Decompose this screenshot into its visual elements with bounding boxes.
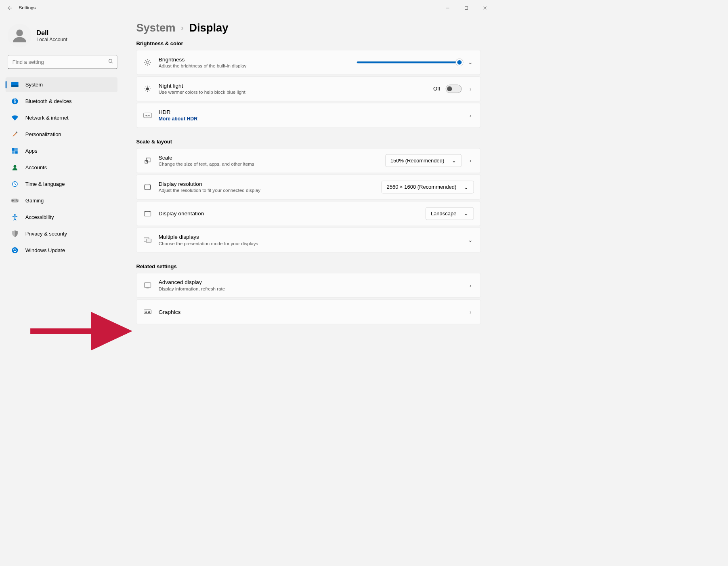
svg-point-4 bbox=[16, 29, 23, 36]
chevron-right-icon[interactable]: › bbox=[467, 86, 474, 92]
window-title: Settings bbox=[19, 5, 36, 11]
sidebar-item-accessibility[interactable]: Accessibility bbox=[6, 210, 117, 225]
svg-rect-12 bbox=[15, 148, 18, 151]
search-icon[interactable] bbox=[108, 59, 114, 65]
row-title: Scale bbox=[159, 154, 379, 161]
sidebar-item-label: System bbox=[25, 82, 43, 88]
brightness-row[interactable]: Brightness Adjust the brightness of the … bbox=[136, 50, 480, 75]
account-header[interactable]: Dell Local Account bbox=[8, 24, 123, 48]
breadcrumb-parent[interactable]: System bbox=[136, 21, 175, 34]
sidebar-item-system[interactable]: System bbox=[6, 77, 117, 92]
row-subtitle: Use warmer colors to help block blue lig… bbox=[159, 90, 427, 95]
chevron-down-icon: ⌄ bbox=[464, 184, 468, 190]
system-icon bbox=[11, 81, 19, 88]
hdr-more-link[interactable]: More about HDR bbox=[159, 116, 461, 122]
content-area: System › Display Brightness & color Brig… bbox=[123, 16, 497, 387]
svg-point-9 bbox=[12, 98, 18, 104]
brightness-slider[interactable] bbox=[357, 61, 462, 63]
scale-dropdown[interactable]: 150% (Recommended) ⌄ bbox=[385, 154, 462, 167]
svg-rect-11 bbox=[12, 148, 15, 151]
sidebar-item-label: Apps bbox=[25, 148, 38, 154]
orientation-dropdown[interactable]: Landscape ⌄ bbox=[426, 207, 474, 220]
sidebar-item-label: Accessibility bbox=[25, 214, 54, 220]
section-scale-layout: Scale & layout bbox=[136, 139, 480, 145]
slider-thumb[interactable] bbox=[456, 59, 463, 66]
sidebar-item-personalization[interactable]: Personalization bbox=[6, 127, 117, 142]
maximize-icon bbox=[464, 6, 468, 10]
sidebar-item-accounts[interactable]: Accounts bbox=[6, 160, 117, 175]
sidebar: Dell Local Account System Bluetooth & de… bbox=[0, 16, 123, 387]
svg-rect-1 bbox=[465, 6, 468, 9]
chevron-right-icon: › bbox=[181, 23, 183, 32]
apps-icon bbox=[11, 147, 19, 155]
sidebar-item-apps[interactable]: Apps bbox=[6, 143, 117, 158]
svg-point-15 bbox=[13, 165, 16, 168]
chevron-down-icon[interactable]: ⌄ bbox=[467, 59, 474, 65]
sidebar-item-bluetooth[interactable]: Bluetooth & devices bbox=[6, 94, 117, 109]
hdr-icon: HDR bbox=[143, 113, 152, 118]
sidebar-item-windows-update[interactable]: Windows Update bbox=[6, 243, 117, 258]
svg-text:HDR: HDR bbox=[145, 114, 151, 117]
clock-icon bbox=[11, 180, 19, 188]
close-button[interactable] bbox=[476, 1, 494, 15]
svg-point-21 bbox=[14, 214, 16, 216]
row-title: Display orientation bbox=[159, 210, 419, 217]
graphics-row[interactable]: Graphics › bbox=[136, 299, 480, 324]
chevron-down-icon: ⌄ bbox=[464, 210, 468, 217]
slider-fill bbox=[357, 61, 459, 63]
toggle-knob bbox=[447, 86, 452, 91]
back-button[interactable] bbox=[3, 1, 17, 15]
scale-row[interactable]: Scale Change the size of text, apps, and… bbox=[136, 148, 480, 173]
person-icon bbox=[11, 164, 19, 171]
account-name: Dell bbox=[36, 29, 67, 36]
resolution-dropdown[interactable]: 2560 × 1600 (Recommended) ⌄ bbox=[382, 181, 474, 193]
advanced-display-row[interactable]: Advanced display Display information, re… bbox=[136, 273, 480, 297]
chevron-down-icon: ⌄ bbox=[452, 158, 456, 164]
chevron-right-icon[interactable]: › bbox=[467, 309, 474, 315]
resolution-row[interactable]: Display resolution Adjust the resolution… bbox=[136, 175, 480, 199]
sidebar-item-network[interactable]: Network & internet bbox=[6, 110, 117, 125]
wifi-icon bbox=[11, 114, 19, 122]
maximize-button[interactable] bbox=[457, 1, 475, 15]
svg-rect-32 bbox=[146, 239, 151, 242]
svg-rect-29 bbox=[145, 185, 150, 189]
bluetooth-icon bbox=[11, 97, 19, 105]
chevron-right-icon[interactable]: › bbox=[467, 282, 474, 288]
titlebar: Settings bbox=[0, 0, 497, 16]
row-title: HDR bbox=[159, 109, 461, 116]
chevron-right-icon[interactable]: › bbox=[467, 112, 474, 119]
sidebar-item-privacy[interactable]: Privacy & security bbox=[6, 226, 117, 241]
row-subtitle: Display information, refresh rate bbox=[159, 286, 461, 292]
row-subtitle: Adjust the brightness of the built-in di… bbox=[159, 63, 350, 69]
row-subtitle: Change the size of text, apps, and other… bbox=[159, 161, 379, 167]
night-light-toggle[interactable] bbox=[446, 85, 462, 93]
resolution-icon bbox=[143, 183, 152, 191]
svg-rect-8 bbox=[11, 85, 19, 87]
chevron-down-icon[interactable]: ⌄ bbox=[467, 237, 474, 243]
svg-rect-37 bbox=[145, 311, 147, 313]
hdr-row[interactable]: HDR HDR More about HDR › bbox=[136, 103, 480, 128]
window-controls bbox=[439, 1, 494, 15]
account-type: Local Account bbox=[36, 36, 67, 42]
chevron-right-icon[interactable]: › bbox=[467, 158, 474, 164]
gaming-icon bbox=[11, 197, 19, 204]
dropdown-value: 2560 × 1600 (Recommended) bbox=[387, 184, 457, 190]
orientation-row[interactable]: Display orientation Landscape ⌄ bbox=[136, 201, 480, 226]
svg-rect-27 bbox=[146, 158, 150, 162]
toggle-state-label: Off bbox=[433, 86, 440, 92]
avatar bbox=[8, 24, 31, 48]
minimize-button[interactable] bbox=[439, 1, 457, 15]
sidebar-item-label: Personalization bbox=[25, 131, 61, 137]
search-input[interactable] bbox=[8, 55, 117, 69]
search-box[interactable] bbox=[8, 55, 117, 69]
multiple-displays-row[interactable]: Multiple displays Choose the presentatio… bbox=[136, 227, 480, 252]
update-icon bbox=[11, 246, 19, 254]
row-title: Display resolution bbox=[159, 181, 375, 187]
accessibility-icon bbox=[11, 213, 19, 221]
sidebar-item-time-language[interactable]: Time & language bbox=[6, 177, 117, 191]
svg-rect-14 bbox=[15, 151, 18, 154]
night-light-row[interactable]: Night light Use warmer colors to help bl… bbox=[136, 76, 480, 101]
dropdown-value: 150% (Recommended) bbox=[390, 158, 444, 164]
sidebar-item-gaming[interactable]: Gaming bbox=[6, 193, 117, 208]
row-title: Graphics bbox=[159, 309, 461, 315]
